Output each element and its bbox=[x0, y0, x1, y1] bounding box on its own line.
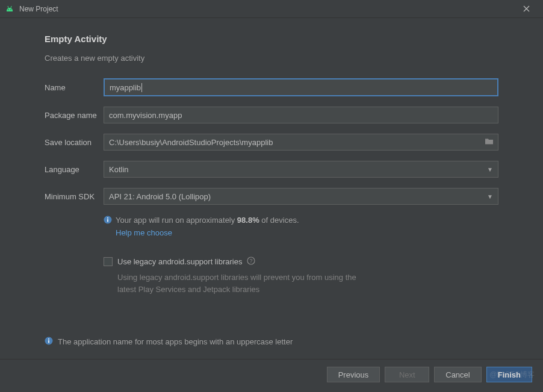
name-label: Name bbox=[45, 83, 104, 92]
legacy-label: Use legacy android.support libraries bbox=[117, 257, 242, 266]
svg-point-13 bbox=[48, 338, 49, 340]
info-icon bbox=[45, 337, 53, 347]
language-select[interactable]: Kotlin ▼ bbox=[104, 161, 498, 178]
legacy-section: Use legacy android.support libraries ? U… bbox=[104, 257, 498, 295]
text-cursor bbox=[141, 83, 142, 92]
titlebar: New Project bbox=[0, 0, 543, 18]
svg-point-1 bbox=[10, 9, 11, 10]
svg-line-2 bbox=[8, 6, 8, 8]
save-location-row: Save location bbox=[45, 134, 498, 151]
package-row: Package name bbox=[45, 107, 498, 123]
name-row: Name myapplib bbox=[45, 78, 498, 96]
bottom-area: The application name for most apps begin… bbox=[0, 337, 543, 392]
save-location-input[interactable] bbox=[104, 134, 498, 151]
package-label: Package name bbox=[45, 111, 104, 120]
svg-point-0 bbox=[8, 9, 8, 10]
previous-button[interactable]: Previous bbox=[327, 367, 380, 382]
svg-text:?: ? bbox=[250, 258, 253, 264]
language-row: Language Kotlin ▼ bbox=[45, 161, 498, 178]
next-button: Next bbox=[385, 367, 429, 382]
info-icon bbox=[104, 216, 112, 226]
svg-line-3 bbox=[11, 6, 11, 8]
warning-row: The application name for most apps begin… bbox=[0, 337, 543, 347]
folder-icon bbox=[485, 138, 494, 145]
help-icon: ? bbox=[247, 257, 255, 265]
save-location-label: Save location bbox=[45, 138, 104, 147]
button-bar: Previous Next Cancel Finish bbox=[0, 359, 543, 392]
chevron-down-icon: ▼ bbox=[487, 193, 493, 200]
page-title: Empty Activity bbox=[45, 34, 498, 44]
device-coverage-text: Your app will run on approximately 98.8%… bbox=[116, 215, 299, 226]
name-input[interactable]: myapplib bbox=[104, 78, 498, 96]
close-icon bbox=[523, 5, 530, 12]
finish-button[interactable]: Finish bbox=[486, 367, 532, 382]
min-sdk-select[interactable]: API 21: Android 5.0 (Lollipop) ▼ bbox=[104, 188, 498, 205]
min-sdk-row: Minimum SDK API 21: Android 5.0 (Lollipo… bbox=[45, 188, 498, 205]
content-area: Empty Activity Creates a new empty activ… bbox=[0, 18, 543, 295]
close-button[interactable] bbox=[514, 1, 538, 17]
svg-rect-12 bbox=[48, 340, 49, 343]
package-input[interactable] bbox=[104, 107, 498, 123]
help-me-choose-link[interactable]: Help me choose bbox=[116, 228, 498, 237]
svg-rect-7 bbox=[107, 219, 108, 222]
cancel-button[interactable]: Cancel bbox=[434, 367, 481, 382]
legacy-hint: Using legacy android.support libraries w… bbox=[117, 272, 376, 295]
android-icon bbox=[5, 4, 14, 14]
svg-point-8 bbox=[107, 217, 108, 219]
page-subtitle: Creates a new empty activity bbox=[45, 54, 498, 63]
chevron-down-icon: ▼ bbox=[487, 166, 493, 173]
language-label: Language bbox=[45, 165, 104, 174]
min-sdk-label: Minimum SDK bbox=[45, 192, 104, 201]
info-section: Your app will run on approximately 98.8%… bbox=[104, 215, 498, 237]
window-title: New Project bbox=[19, 5, 514, 13]
legacy-help-button[interactable]: ? bbox=[247, 257, 255, 267]
browse-folder-button[interactable] bbox=[485, 138, 494, 147]
warning-text: The application name for most apps begin… bbox=[58, 337, 293, 346]
legacy-checkbox[interactable] bbox=[104, 257, 113, 266]
